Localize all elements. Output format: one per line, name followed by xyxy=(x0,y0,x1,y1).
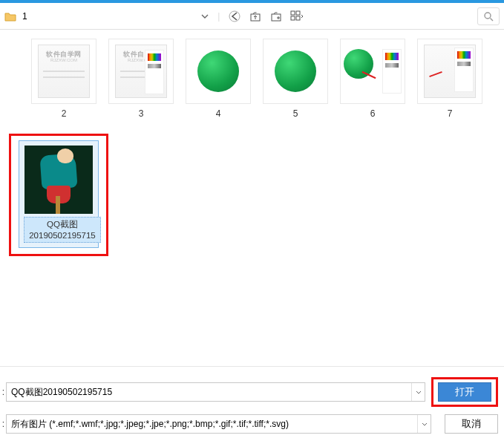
file-thumbnail xyxy=(340,39,405,104)
file-thumbnail xyxy=(186,39,251,104)
file-label: 5 xyxy=(293,108,298,120)
svg-rect-6 xyxy=(296,16,300,20)
toolbar-separator: | xyxy=(217,11,220,22)
cancel-button[interactable]: 取消 xyxy=(445,414,498,434)
search-button[interactable] xyxy=(477,7,500,25)
svg-rect-5 xyxy=(291,16,295,20)
new-folder-icon[interactable] xyxy=(267,7,285,25)
file-item[interactable]: 4 xyxy=(180,39,257,120)
svg-rect-3 xyxy=(291,11,295,15)
file-label-selected: QQ截图 20190502195715 xyxy=(24,217,101,244)
file-thumbnail: 软件自学网 RJZXW.COM xyxy=(31,39,96,104)
file-item-selected[interactable]: QQ截图 20190502195715 xyxy=(19,140,99,249)
open-button-highlight: 打开 xyxy=(431,377,498,407)
file-label: 3 xyxy=(139,108,144,120)
file-label: 6 xyxy=(370,108,376,120)
chevron-down-icon[interactable] xyxy=(417,415,431,433)
breadcrumb-path[interactable]: 1 xyxy=(22,11,27,22)
file-label: 2 xyxy=(62,108,67,120)
file-thumbnail xyxy=(263,39,328,104)
search-icon xyxy=(483,11,494,22)
file-label: 4 xyxy=(216,108,221,120)
dialog-footer: : 打开 : 取消 xyxy=(0,366,504,441)
view-mode-icon[interactable] xyxy=(288,7,306,25)
path-dropdown[interactable] xyxy=(198,10,212,23)
file-label: 7 xyxy=(448,108,453,120)
chevron-down-icon[interactable] xyxy=(411,383,425,401)
file-grid: 软件自学网 RJZXW.COM 2 软件自学网 RJZXW.COM 3 4 5 xyxy=(0,30,504,134)
file-thumbnail xyxy=(417,39,482,104)
filter-input[interactable] xyxy=(11,419,426,429)
open-button[interactable]: 打开 xyxy=(438,382,491,402)
file-item[interactable]: 软件自学网 RJZXW.COM 3 xyxy=(102,39,180,120)
filename-input[interactable] xyxy=(11,387,420,397)
file-grid-row2: QQ截图 20190502195715 xyxy=(0,134,504,257)
file-thumbnail: 软件自学网 RJZXW.COM xyxy=(108,39,174,104)
svg-point-7 xyxy=(485,13,491,19)
file-thumbnail xyxy=(24,146,93,214)
file-item[interactable]: 5 xyxy=(257,39,334,120)
up-folder-icon[interactable] xyxy=(246,7,264,25)
selection-highlight: QQ截图 20190502195715 xyxy=(9,134,108,257)
svg-point-0 xyxy=(229,11,240,22)
file-item[interactable]: 6 xyxy=(334,39,411,120)
toolbar: 1 | xyxy=(0,3,504,30)
file-item[interactable]: 软件自学网 RJZXW.COM 2 xyxy=(25,39,102,120)
filter-combo[interactable] xyxy=(6,414,431,434)
svg-rect-4 xyxy=(296,11,300,15)
folder-icon xyxy=(4,11,16,22)
file-item[interactable]: 7 xyxy=(411,39,488,120)
back-icon[interactable] xyxy=(226,7,243,25)
filename-combo[interactable] xyxy=(6,382,425,402)
